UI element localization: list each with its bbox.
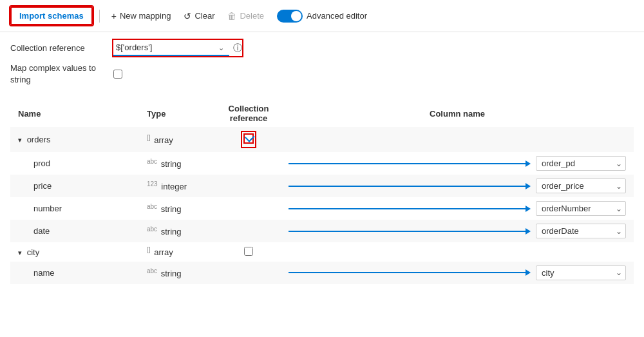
delete-button[interactable]: 🗑 Delete bbox=[222, 8, 269, 24]
name-cell: prod bbox=[10, 152, 139, 175]
clear-button[interactable]: ↺ Clear bbox=[178, 8, 220, 24]
type-cell: 123 integer bbox=[139, 175, 216, 197]
map-complex-label: Map complex values tostring bbox=[10, 63, 113, 86]
new-mapping-button[interactable]: + New mapping bbox=[106, 8, 176, 24]
type-value: integer bbox=[161, 182, 187, 192]
type-value: string bbox=[161, 227, 182, 237]
column-name-cell: city bbox=[281, 262, 634, 284]
column-name-cell: orderDate bbox=[281, 220, 634, 242]
clear-label: Clear bbox=[194, 11, 214, 21]
name-cell: price bbox=[10, 175, 139, 197]
row-name: orders bbox=[27, 135, 51, 144]
collection-ref-cell bbox=[216, 220, 281, 242]
type-value: array bbox=[154, 136, 173, 146]
table-row: ▾ orders [] array bbox=[10, 127, 634, 152]
toolbar-separator bbox=[99, 10, 100, 23]
type-prefix: abc bbox=[147, 226, 157, 233]
table-row: number abc string orderN bbox=[10, 197, 634, 220]
column-name-cell: orderNumber bbox=[281, 197, 634, 220]
column-name-select[interactable]: orderNumber bbox=[536, 201, 626, 216]
table-container: Name Type Collectionreference Column nam… bbox=[0, 100, 644, 284]
collection-ref-cell bbox=[216, 127, 281, 152]
mapping-arrow bbox=[289, 269, 531, 276]
type-header: Type bbox=[139, 100, 216, 127]
row-name: price bbox=[33, 181, 52, 191]
delete-label: Delete bbox=[240, 11, 264, 21]
column-select-wrapper: orderDate bbox=[536, 224, 626, 238]
column-name-select[interactable]: city bbox=[536, 265, 626, 280]
import-schemas-button[interactable]: Import schemas bbox=[10, 6, 93, 25]
column-select-wrapper: city bbox=[536, 265, 626, 280]
toolbar: Import schemas + New mapping ↺ Clear 🗑 D… bbox=[0, 0, 644, 32]
type-prefix: abc bbox=[147, 158, 157, 165]
column-name-select[interactable]: order_pd bbox=[536, 156, 626, 171]
type-prefix: abc bbox=[147, 203, 157, 210]
type-value: array bbox=[154, 248, 173, 258]
advanced-editor-label: Advanced editor bbox=[307, 11, 367, 21]
table-row: name abc string city bbox=[10, 262, 634, 284]
type-prefix: [] bbox=[147, 246, 151, 253]
collection-reference-select[interactable]: $['orders'] bbox=[113, 40, 229, 56]
name-cell: name bbox=[10, 262, 139, 284]
collection-ref-checkbox[interactable] bbox=[244, 247, 253, 256]
column-select-wrapper: order_pd bbox=[536, 156, 626, 171]
table-header-row: Name Type Collectionreference Column nam… bbox=[10, 100, 634, 127]
toggle-thumb bbox=[291, 11, 301, 21]
type-cell: [] array bbox=[139, 127, 216, 152]
mapping-table: Name Type Collectionreference Column nam… bbox=[10, 100, 634, 284]
type-value: string bbox=[161, 205, 182, 215]
refresh-icon: ↺ bbox=[184, 11, 191, 21]
collection-ref-cell bbox=[216, 197, 281, 220]
collection-reference-label: Collection reference bbox=[10, 43, 113, 53]
name-cell: ▾ orders bbox=[10, 127, 139, 152]
table-row: price 123 integer order_ bbox=[10, 175, 634, 197]
name-cell: number bbox=[10, 197, 139, 220]
name-header: Name bbox=[10, 100, 139, 127]
collection-reference-wrapper: $['orders'] ⌄ ⓘ bbox=[113, 40, 242, 56]
type-value: string bbox=[161, 269, 182, 278]
toggle-track[interactable] bbox=[277, 10, 303, 23]
mapping-arrow bbox=[289, 228, 531, 235]
column-name-cell: order_price bbox=[281, 175, 634, 197]
type-prefix: abc bbox=[147, 267, 157, 274]
column-name-cell bbox=[281, 242, 634, 261]
mapping-arrow bbox=[289, 160, 531, 167]
column-name-header: Column name bbox=[281, 100, 634, 127]
map-complex-checkbox[interactable] bbox=[113, 70, 122, 79]
type-cell: [] array bbox=[139, 242, 216, 261]
row-name: city bbox=[27, 247, 40, 257]
name-cell: ▾ city bbox=[10, 242, 139, 261]
column-select-wrapper: order_price bbox=[536, 178, 626, 193]
type-cell: abc string bbox=[139, 220, 216, 242]
column-select-wrapper: orderNumber bbox=[536, 201, 626, 216]
collection-ref-cell bbox=[216, 175, 281, 197]
form-section: Collection reference $['orders'] ⌄ ⓘ Map… bbox=[0, 32, 644, 97]
type-prefix: [] bbox=[147, 134, 151, 141]
collection-ref-checkbox[interactable] bbox=[243, 133, 254, 144]
type-prefix: 123 bbox=[147, 180, 158, 188]
collection-ref-cell bbox=[216, 242, 281, 261]
expand-icon[interactable]: ▾ bbox=[18, 249, 22, 256]
map-complex-checkbox-wrapper bbox=[113, 70, 122, 79]
column-name-cell: order_pd bbox=[281, 152, 634, 175]
table-row: date abc string orderDat bbox=[10, 220, 634, 242]
row-name: number bbox=[33, 204, 62, 213]
collection-ref-cell bbox=[216, 152, 281, 175]
row-name: name bbox=[33, 268, 55, 278]
expand-icon[interactable]: ▾ bbox=[18, 136, 22, 144]
advanced-editor-toggle[interactable]: Advanced editor bbox=[277, 10, 367, 23]
row-name: date bbox=[33, 226, 50, 236]
collection-reference-row: Collection reference $['orders'] ⌄ ⓘ bbox=[10, 40, 634, 56]
info-icon[interactable]: ⓘ bbox=[233, 43, 242, 54]
column-name-select[interactable]: order_price bbox=[536, 178, 626, 193]
trash-icon: 🗑 bbox=[227, 11, 236, 21]
column-name-cell bbox=[281, 127, 634, 152]
type-cell: abc string bbox=[139, 197, 216, 220]
collection-ref-header: Collectionreference bbox=[216, 100, 281, 127]
column-name-select[interactable]: orderDate bbox=[536, 224, 626, 238]
new-mapping-label: New mapping bbox=[120, 11, 171, 21]
map-complex-row: Map complex values tostring bbox=[10, 63, 634, 86]
row-name: prod bbox=[33, 159, 50, 168]
mapping-arrow bbox=[289, 183, 531, 189]
type-value: string bbox=[161, 160, 182, 169]
